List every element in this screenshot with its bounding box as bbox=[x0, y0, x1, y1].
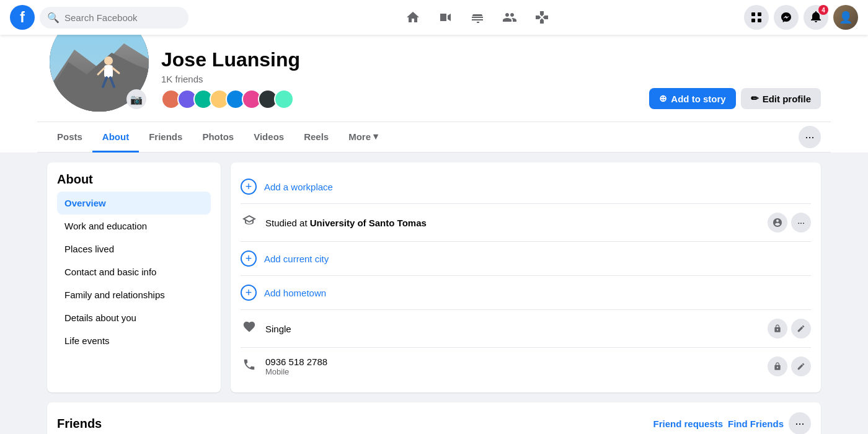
education-text: Studied at University of Santo Tomas bbox=[265, 218, 760, 228]
add-hometown-button[interactable]: + bbox=[241, 285, 257, 301]
relationship-row: Single bbox=[241, 312, 811, 345]
divider bbox=[241, 275, 811, 276]
add-workplace-link[interactable]: Add a workplace bbox=[264, 182, 333, 192]
friends-header: Friends Friend requests Find Friends ··· bbox=[47, 402, 821, 434]
plus-circle-icon: ⊕ bbox=[659, 93, 667, 104]
phone-lock-button[interactable] bbox=[768, 356, 787, 376]
topnav: f 🔍 4 bbox=[0, 0, 868, 35]
add-hometown-row: + Add hometown bbox=[241, 278, 811, 307]
divider bbox=[241, 309, 811, 310]
education-more-button[interactable]: ··· bbox=[791, 213, 811, 232]
relationship-text: Single bbox=[265, 324, 760, 334]
friend-requests-link[interactable]: Friend requests bbox=[653, 418, 723, 429]
tab-photos[interactable]: Photos bbox=[192, 123, 244, 153]
sidebar-item-overview[interactable]: Overview bbox=[57, 192, 211, 215]
tab-about[interactable]: About bbox=[92, 123, 139, 153]
groups-nav-button[interactable] bbox=[495, 2, 525, 32]
profile-info-row: 📷 Jose Luansing 1K friends ⊕ bbox=[37, 35, 831, 122]
education-audience-button[interactable] bbox=[768, 213, 787, 232]
edit-profile-button[interactable]: ✏ Edit profile bbox=[741, 88, 821, 109]
svg-rect-1 bbox=[758, 12, 761, 16]
svg-rect-0 bbox=[751, 12, 755, 16]
pencil-icon: ✏ bbox=[751, 93, 759, 104]
profile-header: 📷 Jose Luansing 1K friends ⊕ bbox=[0, 35, 868, 153]
video-nav-button[interactable] bbox=[430, 2, 460, 32]
chevron-down-icon: ▾ bbox=[373, 131, 378, 142]
home-nav-button[interactable] bbox=[398, 2, 428, 32]
notification-badge: 4 bbox=[818, 5, 828, 15]
phone-text: 0936 518 2788 Mobile bbox=[265, 356, 760, 376]
relationship-edit-button[interactable] bbox=[791, 319, 811, 339]
grid-icon-button[interactable] bbox=[744, 5, 769, 30]
main-content: 📷 Jose Luansing 1K friends ⊕ bbox=[0, 35, 868, 434]
sidebar-item-contact-info[interactable]: Contact and basic info bbox=[57, 260, 211, 283]
phone-icon bbox=[241, 358, 258, 375]
svg-point-7 bbox=[104, 56, 113, 65]
friend-avatar bbox=[274, 89, 294, 109]
change-photo-button[interactable]: 📷 bbox=[126, 89, 146, 109]
profile-name: Jose Luansing bbox=[161, 48, 639, 71]
profile-tabs: Posts About Friends Photos Videos Reels … bbox=[37, 122, 831, 153]
topnav-right: 4 👤 bbox=[734, 5, 858, 30]
friends-more-button[interactable]: ··· bbox=[789, 412, 811, 434]
about-sidebar: About Overview Work and education Places… bbox=[47, 162, 221, 392]
divider bbox=[241, 203, 811, 204]
education-actions: ··· bbox=[768, 213, 811, 232]
facebook-logo[interactable]: f bbox=[10, 5, 35, 30]
tab-more[interactable]: More ▾ bbox=[339, 122, 388, 153]
svg-rect-3 bbox=[758, 19, 761, 22]
add-city-row: + Add current city bbox=[241, 244, 811, 273]
tabs-more-button[interactable]: ··· bbox=[799, 126, 821, 148]
phone-actions bbox=[768, 356, 811, 376]
about-main: + Add a workplace Studied at University … bbox=[231, 162, 821, 392]
marketplace-nav-button[interactable] bbox=[463, 2, 492, 32]
gaming-nav-button[interactable] bbox=[527, 2, 557, 32]
sidebar-item-work-education[interactable]: Work and education bbox=[57, 215, 211, 237]
friends-section: Friends Friend requests Find Friends ··· bbox=[37, 402, 831, 434]
about-sidebar-title: About bbox=[57, 172, 211, 187]
search-box[interactable]: 🔍 bbox=[40, 7, 188, 29]
phone-row: 0936 518 2788 Mobile bbox=[241, 350, 811, 383]
svg-rect-8 bbox=[104, 65, 113, 78]
sidebar-item-details-about-you[interactable]: Details about you bbox=[57, 306, 211, 329]
tab-posts[interactable]: Posts bbox=[47, 123, 92, 153]
friend-avatars bbox=[161, 89, 639, 109]
education-row: Studied at University of Santo Tomas ··· bbox=[241, 206, 811, 239]
heart-icon bbox=[241, 320, 258, 337]
sidebar-item-life-events[interactable]: Life events bbox=[57, 329, 211, 352]
svg-rect-2 bbox=[751, 19, 755, 22]
tab-friends[interactable]: Friends bbox=[139, 123, 192, 153]
add-city-link[interactable]: Add current city bbox=[264, 254, 329, 264]
profile-name-area: Jose Luansing 1K friends bbox=[161, 48, 639, 114]
profile-actions: ⊕ Add to story ✏ Edit profile bbox=[649, 88, 821, 114]
friends-count: 1K friends bbox=[161, 74, 639, 84]
divider bbox=[241, 347, 811, 348]
about-section: About Overview Work and education Places… bbox=[37, 162, 831, 392]
friends-actions: Friend requests Find Friends ··· bbox=[653, 412, 811, 434]
relationship-lock-button[interactable] bbox=[768, 319, 787, 339]
sidebar-item-places-lived[interactable]: Places lived bbox=[57, 237, 211, 260]
topnav-center bbox=[221, 2, 734, 32]
divider bbox=[241, 241, 811, 242]
notifications-icon-button[interactable]: 4 bbox=[804, 5, 828, 30]
add-city-button[interactable]: + bbox=[241, 250, 257, 267]
messenger-icon-button[interactable] bbox=[774, 5, 799, 30]
sidebar-item-family-relationships[interactable]: Family and relationships bbox=[57, 283, 211, 306]
friends-title: Friends bbox=[57, 417, 653, 431]
search-input[interactable] bbox=[64, 12, 181, 23]
tab-reels[interactable]: Reels bbox=[294, 123, 339, 153]
tab-videos[interactable]: Videos bbox=[244, 123, 294, 153]
relationship-actions bbox=[768, 319, 811, 339]
add-hometown-link[interactable]: Add hometown bbox=[264, 288, 326, 298]
profile-avatar-button[interactable]: 👤 bbox=[833, 5, 858, 30]
add-to-story-button[interactable]: ⊕ Add to story bbox=[649, 88, 735, 109]
find-friends-link[interactable]: Find Friends bbox=[728, 418, 784, 429]
graduation-icon bbox=[241, 213, 258, 232]
university-name: University of Santo Tomas bbox=[310, 218, 427, 228]
add-workplace-row: + Add a workplace bbox=[241, 172, 811, 201]
add-workplace-button[interactable]: + bbox=[241, 179, 257, 195]
topnav-left: f 🔍 bbox=[10, 5, 221, 30]
search-icon: 🔍 bbox=[47, 12, 60, 24]
phone-edit-button[interactable] bbox=[791, 356, 811, 376]
